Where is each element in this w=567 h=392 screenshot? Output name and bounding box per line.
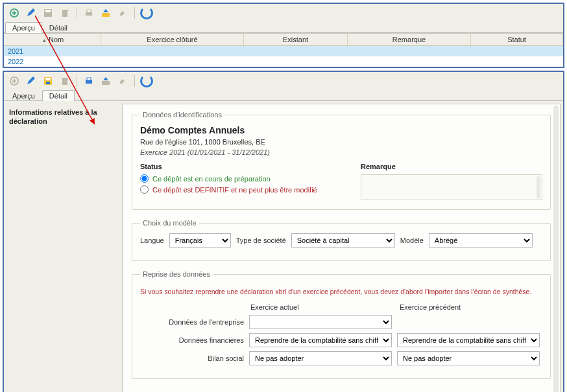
grid-row[interactable]: 2022 [4, 56, 563, 67]
financieres-actuel-select[interactable]: Reprendre de la comptabilité sans chiffr… [249, 333, 392, 347]
status-radio-preparation[interactable] [140, 174, 149, 183]
refresh-icon[interactable] [140, 6, 153, 19]
status-radio-definitif[interactable] [140, 185, 149, 194]
import-icon[interactable] [99, 6, 112, 19]
svg-rect-7 [62, 10, 68, 11]
identification-group: Données d'identifications Démo Comptes A… [132, 111, 551, 210]
print-icon[interactable] [82, 6, 95, 19]
refresh-icon[interactable] [140, 75, 153, 87]
tab-apercu[interactable]: Aperçu [5, 90, 42, 101]
add-icon[interactable] [8, 6, 21, 19]
import-icon[interactable] [99, 75, 112, 87]
edit-icon[interactable] [25, 6, 38, 19]
print-icon[interactable] [82, 75, 95, 87]
row-financieres-label: Données financières [140, 336, 244, 344]
detail-main: Données d'identifications Démo Comptes A… [122, 104, 561, 392]
col-nom[interactable]: ▴Nom [4, 34, 101, 45]
company-name: Démo Comptes Annuels [140, 125, 542, 135]
svg-rect-21 [102, 81, 110, 85]
col-exercice[interactable]: Exercice clôturé [101, 34, 244, 45]
svg-rect-10 [102, 13, 110, 17]
model-legend: Choix du modèle [140, 219, 199, 227]
remark-textarea[interactable] [361, 174, 542, 200]
save-icon[interactable] [42, 75, 54, 87]
row-entreprise-label: Données de l'entreprise [140, 318, 244, 326]
tab-detail[interactable]: Détail [42, 22, 75, 33]
svg-rect-6 [62, 11, 67, 17]
grid-row[interactable]: 2021 [4, 46, 563, 56]
identification-legend: Données d'identifications [140, 111, 224, 119]
detail-window: Aperçu Détail Informations relatives à l… [3, 71, 564, 392]
langue-label: Langue [140, 236, 164, 244]
modele-label: Modèle [400, 236, 424, 244]
col-statut[interactable]: Statut [471, 34, 563, 45]
edit-icon[interactable] [25, 75, 38, 87]
bilan-precedent-select[interactable]: Ne pas adopter [397, 351, 540, 365]
detail-tabs: Aperçu Détail [4, 90, 563, 101]
type-societe-label: Type de société [236, 236, 286, 244]
svg-rect-17 [62, 79, 67, 85]
svg-rect-16 [46, 82, 50, 84]
svg-rect-5 [45, 10, 51, 12]
reprise-legend: Reprise des données [140, 270, 213, 278]
svg-rect-15 [45, 78, 51, 80]
resize-handle[interactable]: ······· [132, 388, 551, 392]
overview-tabs: Aperçu Détail [4, 22, 563, 33]
svg-rect-9 [87, 10, 91, 12]
tab-detail[interactable]: Détail [42, 90, 75, 101]
col-existant[interactable]: Existant [244, 34, 348, 45]
col-actuel-header: Exercice actuel [250, 303, 393, 311]
svg-rect-18 [62, 78, 68, 79]
company-address: Rue de l'église 101, 1000 Bruxelles, BE [140, 138, 542, 146]
col-precedent-header: Exercice précédent [400, 303, 542, 311]
status-radio-definitif-label: Ce dépôt est DEFINITIF et ne peut plus ê… [152, 186, 317, 194]
bilan-actuel-select[interactable]: Ne pas adopter [249, 351, 392, 365]
langue-select[interactable]: Français [169, 233, 231, 248]
modele-select[interactable]: Abrégé [429, 233, 533, 248]
delete-icon[interactable] [58, 6, 71, 19]
overview-toolbar [4, 4, 563, 22]
col-remarque[interactable]: Remarque [348, 34, 471, 45]
reprise-group: Reprise des données Si vous souhaitez re… [132, 270, 551, 379]
settings-icon[interactable] [116, 75, 129, 87]
settings-icon[interactable] [116, 6, 129, 19]
remark-label: Remarque [361, 163, 542, 170]
type-societe-select[interactable]: Société à capital [291, 233, 395, 248]
status-label: Status [140, 163, 322, 170]
tab-apercu[interactable]: Aperçu [5, 22, 42, 33]
reprise-note: Si vous souhaitez reprendre une déclarat… [140, 287, 542, 297]
side-tree: Informations relatives à la déclaration [4, 104, 119, 392]
status-radio-preparation-label: Ce dépôt est en cours de préparation [152, 175, 271, 183]
entreprise-actuel-select[interactable] [249, 315, 392, 329]
grid-header: ▴Nom Exercice clôturé Existant Remarque … [4, 33, 563, 46]
overview-window: Aperçu Détail ▴Nom Exercice clôturé Exis… [3, 3, 564, 68]
fiscal-period: Exercice 2021 (01/01/2021 - 31/12/2021) [140, 148, 542, 156]
scrollbar[interactable] [553, 106, 559, 392]
svg-rect-20 [87, 78, 91, 80]
row-bilan-label: Bilan social [140, 354, 244, 362]
overview-grid: ▴Nom Exercice clôturé Existant Remarque … [4, 33, 563, 67]
model-group: Choix du modèle Langue Français Type de … [132, 219, 551, 261]
financieres-precedent-select[interactable]: Reprendre de la comptabilité sans chiffr… [397, 333, 540, 347]
detail-toolbar [4, 72, 563, 90]
save-icon[interactable] [42, 6, 54, 19]
delete-icon[interactable] [58, 75, 71, 87]
side-item-declaration-info[interactable]: Informations relatives à la déclaration [9, 108, 114, 126]
add-icon[interactable] [8, 75, 21, 87]
